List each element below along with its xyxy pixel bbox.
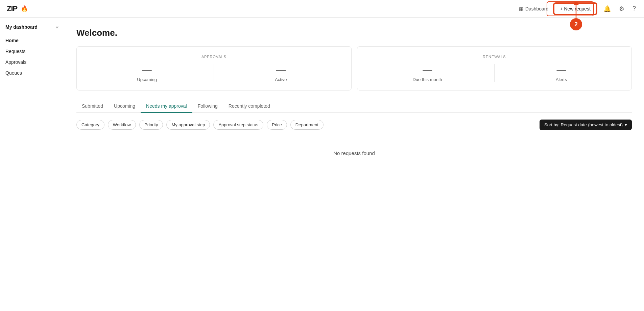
renewals-due-month: — Due this month — [364, 64, 491, 82]
calendar-icon: ▦ — [519, 6, 523, 11]
bell-icon: 🔔 — [603, 5, 611, 12]
empty-state: No requests found — [76, 150, 632, 156]
empty-message: No requests found — [333, 150, 375, 156]
sidebar-title: My dashboard — [5, 24, 38, 30]
renewals-alerts: — Alerts — [498, 64, 625, 82]
sidebar-header: My dashboard « — [0, 24, 64, 35]
renewals-due-month-label: Due this month — [364, 77, 491, 82]
approvals-title: APPROVALS — [84, 55, 344, 59]
filter-approval-step-status[interactable]: Approval step status — [213, 120, 263, 130]
approvals-upcoming: — Upcoming — [84, 64, 210, 82]
filter-my-approval-step[interactable]: My approval step — [166, 120, 210, 130]
collapse-sidebar-button[interactable]: « — [56, 24, 58, 30]
approvals-items: — Upcoming — Active — [84, 64, 344, 82]
approvals-active: — Active — [217, 64, 344, 82]
filters-row: Category Workflow Priority My approval s… — [76, 120, 632, 130]
approvals-upcoming-value: — — [84, 64, 210, 75]
renewals-alerts-label: Alerts — [498, 77, 625, 82]
flame-icon: 🔥 — [21, 5, 28, 12]
sort-button[interactable]: Sort by: Request date (newest to oldest)… — [540, 120, 632, 130]
dashboard-label: Dashboard — [525, 6, 549, 11]
notifications-button[interactable]: 🔔 — [602, 4, 612, 14]
filter-department[interactable]: Department — [290, 120, 324, 130]
topnav-right: ▦ Dashboard + New request 🔔 ⚙ ? — [519, 3, 637, 15]
tab-following[interactable]: Following — [192, 100, 223, 113]
renewals-due-month-value: — — [364, 64, 491, 75]
sidebar: My dashboard « Home Requests Approvals Q… — [0, 18, 64, 311]
help-button[interactable]: ? — [631, 4, 637, 14]
sort-label: Sort by: Request date (newest to oldest) — [544, 122, 623, 127]
approvals-upcoming-label: Upcoming — [84, 77, 210, 82]
renewals-items: — Due this month — Alerts — [364, 64, 625, 82]
settings-button[interactable]: ⚙ — [618, 4, 626, 14]
logo-area: ZIP 🔥 — [7, 4, 28, 13]
zip-logo: ZIP — [7, 4, 17, 13]
new-request-button[interactable]: + New request — [554, 3, 597, 15]
sidebar-item-requests[interactable]: Requests — [0, 46, 64, 57]
stats-divider-2 — [494, 64, 495, 82]
renewals-alerts-value: — — [498, 64, 625, 75]
help-icon: ? — [633, 5, 636, 12]
stats-row: APPROVALS — Upcoming — Active RENEWALS — [76, 46, 632, 90]
renewals-title: RENEWALS — [364, 55, 625, 59]
tab-upcoming[interactable]: Upcoming — [109, 100, 141, 113]
approvals-active-label: Active — [217, 77, 344, 82]
stats-divider-1 — [214, 64, 214, 82]
renewals-card: RENEWALS — Due this month — Alerts — [357, 46, 632, 90]
request-tabs: Submitted Upcoming Needs my approval Fol… — [76, 100, 632, 113]
approvals-active-value: — — [217, 64, 344, 75]
chevron-down-icon: ▾ — [625, 122, 627, 127]
main-content: Welcome. APPROVALS — Upcoming — Active — [64, 18, 644, 311]
approvals-card: APPROVALS — Upcoming — Active — [76, 46, 352, 90]
welcome-title: Welcome. — [76, 28, 632, 38]
sidebar-navigation: Home Requests Approvals Queues — [0, 35, 64, 78]
main-layout: My dashboard « Home Requests Approvals Q… — [0, 18, 644, 311]
sidebar-item-home[interactable]: Home — [0, 35, 64, 46]
tab-recently-completed[interactable]: Recently completed — [223, 100, 276, 113]
filter-price[interactable]: Price — [267, 120, 287, 130]
sidebar-item-approvals[interactable]: Approvals — [0, 57, 64, 68]
filter-priority[interactable]: Priority — [139, 120, 163, 130]
gear-icon: ⚙ — [619, 5, 624, 12]
filter-category[interactable]: Category — [76, 120, 104, 130]
sidebar-item-queues[interactable]: Queues — [0, 68, 64, 78]
top-navigation: ZIP 🔥 ▦ Dashboard + New request 🔔 ⚙ ? — [0, 0, 644, 18]
tab-submitted[interactable]: Submitted — [76, 100, 109, 113]
filter-workflow[interactable]: Workflow — [108, 120, 136, 130]
tab-needs-my-approval[interactable]: Needs my approval — [141, 100, 192, 113]
dashboard-link[interactable]: ▦ Dashboard — [519, 6, 549, 11]
